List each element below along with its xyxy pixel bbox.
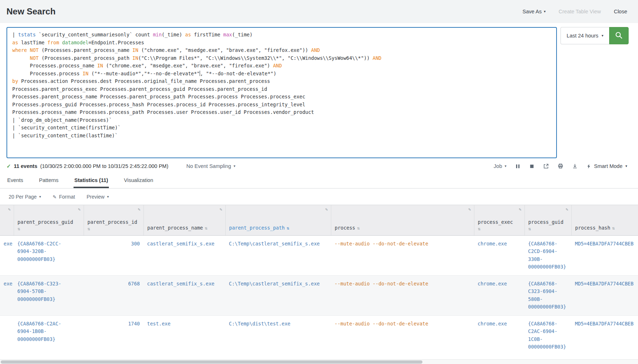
- column-header-parent_process_name[interactable]: ✎parent_process_name⇅: [143, 205, 225, 235]
- cell-parent_process_id[interactable]: 300: [84, 235, 143, 275]
- close-button[interactable]: Close: [614, 9, 627, 14]
- edit-column-icon[interactable]: ✎: [220, 207, 222, 212]
- cell-process_guid[interactable]: {CA8A6768- C2CD-6904- 330B- 00000000FB03…: [524, 235, 571, 275]
- sort-icon[interactable]: ⇅: [88, 226, 90, 231]
- column-header-process_hash[interactable]: ✎process_hash⇅: [571, 205, 638, 235]
- table-toolbar: 20 Per Page ▾ ✎ Format Preview ▾: [0, 188, 638, 205]
- cell-parent_process_path[interactable]: C:\Temp\dist\test.exe: [225, 315, 331, 355]
- cell-process_hash[interactable]: MD5=4EBA7DFA7744CBEB: [571, 315, 638, 355]
- search-query-input[interactable]: | tstats `security_content_summariesonly…: [6, 27, 557, 158]
- time-range-label: Last 24 hours: [567, 33, 598, 39]
- edit-column-icon[interactable]: ✎: [566, 207, 568, 212]
- cell-parent_process_name[interactable]: castlerat_semifix_s.exe: [143, 235, 225, 275]
- time-range-picker[interactable]: Last 24 hours ▾: [561, 27, 609, 44]
- edit-column-icon[interactable]: ✎: [519, 207, 521, 212]
- cell-process[interactable]: --mute-audio --do-not-de-elevate: [331, 315, 474, 355]
- column-header-process[interactable]: ✎process⇅: [331, 205, 474, 235]
- cell-process_exec[interactable]: chrome.exe: [474, 235, 524, 275]
- column-label: parent_process_name: [147, 225, 203, 231]
- horizontal-scrollbar[interactable]: [0, 359, 638, 364]
- table-row: exe{CA8A6768-C323- 6904-570B- 00000000FB…: [0, 275, 638, 315]
- cell-process[interactable]: --mute-audio --do-not-de-elevate: [331, 275, 474, 315]
- column-label: process: [335, 225, 355, 231]
- format-button[interactable]: ✎ Format: [53, 194, 75, 200]
- cell-process[interactable]: --mute-audio --do-not-de-elevate: [331, 235, 474, 275]
- cell-parent_process_path[interactable]: C:\Temp\castlerat_semifix_s.exe: [225, 275, 331, 315]
- query-line: Processes.process_name Processes.process…: [12, 108, 551, 116]
- preview-dropdown[interactable]: Preview ▾: [87, 194, 109, 200]
- cell-process_hash[interactable]: MD5=4EBA7DFA7744CBEB: [571, 235, 638, 275]
- cell-c0[interactable]: exe: [0, 275, 14, 315]
- cell-process_guid[interactable]: {CA8A6768- C323-6904- 580B- 00000000FB03…: [524, 275, 571, 315]
- event-count: 11 events: [14, 163, 37, 169]
- results-tabs: EventsPatternsStatistics (11)Visualizati…: [0, 173, 638, 188]
- cell-parent_process_name[interactable]: castlerat_semifix_s.exe: [143, 275, 225, 315]
- sort-icon[interactable]: ⇅: [205, 226, 207, 231]
- cell-process_guid[interactable]: {CA8A6768- C2AC-6904- 1C0B- 00000000FB03…: [524, 315, 571, 355]
- cell-parent_process_id[interactable]: 6768: [84, 275, 143, 315]
- tab-patterns[interactable]: Patterns: [38, 173, 59, 188]
- tab-statistics-11[interactable]: Statistics (11): [74, 173, 109, 188]
- print-icon[interactable]: [558, 163, 563, 169]
- cell-parent_process_guid[interactable]: {CA8A6768-C2AC- 6904-1B0B- 00000000FB03}: [14, 315, 84, 355]
- table-header-row: ✎✎parent_process_guid⇅✎parent_process_id…: [0, 205, 638, 235]
- search-mode-selector[interactable]: Smart Mode ▾: [586, 163, 627, 169]
- time-group: Last 24 hours ▾: [561, 27, 629, 44]
- edit-column-icon[interactable]: ✎: [325, 207, 328, 212]
- edit-column-icon[interactable]: ✎: [138, 207, 140, 212]
- column-header-parent_process_path[interactable]: ✎parent_process_path⇅: [225, 205, 331, 235]
- cell-process_exec[interactable]: chrome.exe: [474, 315, 524, 355]
- cell-process_hash[interactable]: MD5=4EBA7DFA7744CBEB: [571, 275, 638, 315]
- cell-c0[interactable]: [0, 315, 14, 355]
- column-header-process_guid[interactable]: ✎process_guid⇅: [524, 205, 571, 235]
- format-label: Format: [59, 194, 75, 200]
- cell-c0[interactable]: exe: [0, 235, 14, 275]
- column-header-parent_process_id[interactable]: ✎parent_process_id⇅: [84, 205, 143, 235]
- column-label: process_exec: [478, 219, 513, 225]
- scrollbar-thumb[interactable]: [1, 360, 422, 364]
- save-as-button[interactable]: Save As ▾: [523, 9, 546, 14]
- column-header-c0[interactable]: ✎: [0, 205, 14, 235]
- sort-icon[interactable]: ⇅: [612, 226, 615, 231]
- query-line: Processes.process_guid Processes.process…: [12, 101, 551, 109]
- tab-events[interactable]: Events: [6, 173, 24, 188]
- job-label: Job: [494, 163, 502, 169]
- tab-visualization[interactable]: Visualization: [123, 173, 154, 188]
- edit-column-icon[interactable]: ✎: [78, 207, 80, 212]
- export-icon[interactable]: [572, 163, 578, 169]
- per-page-label: 20 Per Page: [9, 194, 37, 200]
- cell-parent_process_id[interactable]: 1740: [84, 315, 143, 355]
- chevron-down-icon: ▾: [39, 195, 41, 199]
- event-sampling-dropdown[interactable]: No Event Sampling ▾: [186, 163, 235, 169]
- event-sampling-label: No Event Sampling: [186, 163, 231, 169]
- cell-parent_process_name[interactable]: test.exe: [143, 315, 225, 355]
- cell-parent_process_path[interactable]: C:\Temp\castlerat_semifix_s.exe: [225, 235, 331, 275]
- chevron-down-icon: ▾: [625, 164, 627, 168]
- lightning-icon: [586, 164, 591, 169]
- column-header-parent_process_guid[interactable]: ✎parent_process_guid⇅: [14, 205, 84, 235]
- edit-column-icon[interactable]: ✎: [8, 207, 10, 212]
- search-button[interactable]: [609, 27, 629, 44]
- cell-parent_process_guid[interactable]: {CA8A6768-C2CC- 6904-320B- 00000000FB03}: [14, 235, 84, 275]
- results-bar: ✓ 11 events (10/30/25 2:00:00.000 PM to …: [0, 158, 638, 173]
- sort-icon[interactable]: ⇅: [478, 226, 480, 231]
- cell-process_exec[interactable]: chrome.exe: [474, 275, 524, 315]
- column-label: parent_process_id: [88, 219, 137, 225]
- sort-icon[interactable]: ⇅: [528, 226, 531, 231]
- edit-column-icon[interactable]: ✎: [468, 207, 471, 212]
- sort-icon[interactable]: ⇅: [18, 226, 20, 231]
- stop-icon[interactable]: [529, 164, 535, 169]
- column-header-process_exec[interactable]: ✎process_exec⇅: [474, 205, 524, 235]
- query-line: | tstats `security_content_summariesonly…: [12, 31, 551, 39]
- sort-icon[interactable]: ⇅: [357, 226, 359, 231]
- per-page-dropdown[interactable]: 20 Per Page ▾: [9, 194, 41, 200]
- topbar-actions: Save As ▾ Create Table View Close: [523, 9, 627, 14]
- event-range: (10/30/25 2:00:00.000 PM to 10/31/25 2:4…: [40, 163, 168, 169]
- query-line: | `security_content_ctime(firstTime)`: [12, 124, 551, 132]
- cell-parent_process_guid[interactable]: {CA8A6768-C323- 6904-570B- 00000000FB03}: [14, 275, 84, 315]
- sort-icon[interactable]: ⇅: [287, 226, 289, 231]
- results-summary: ✓ 11 events (10/30/25 2:00:00.000 PM to …: [6, 163, 235, 169]
- pause-icon[interactable]: [515, 164, 520, 169]
- share-icon[interactable]: [543, 163, 549, 169]
- job-menu[interactable]: Job ▾: [494, 163, 506, 169]
